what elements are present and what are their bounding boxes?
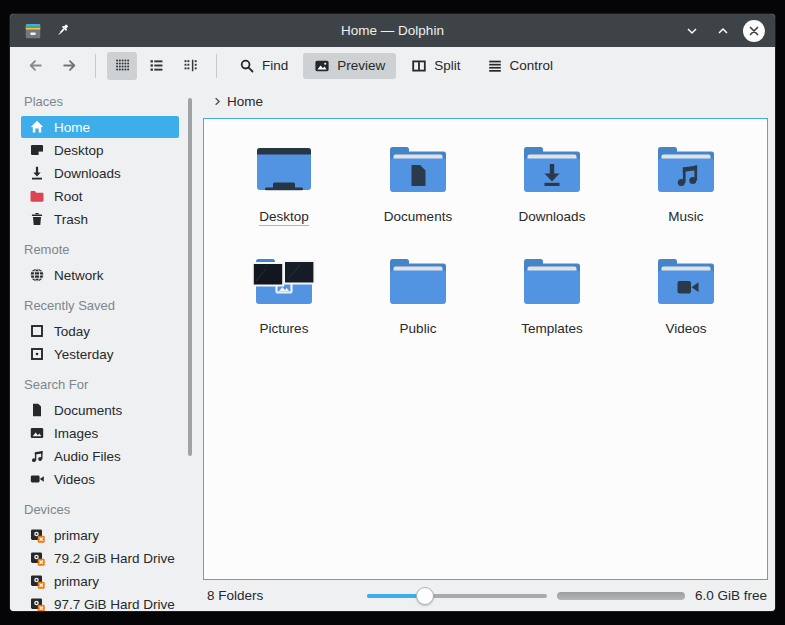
folder-plain-icon: [386, 250, 450, 314]
close-button[interactable]: [743, 20, 765, 42]
folder-public[interactable]: Public: [351, 250, 485, 337]
sidebar-item-videos[interactable]: Videos: [21, 468, 179, 490]
image-icon: [29, 425, 45, 441]
folder-downloads[interactable]: Downloads: [485, 138, 619, 226]
view-mode-icons-button[interactable]: [107, 52, 137, 80]
find-button[interactable]: Find: [228, 53, 299, 79]
hard-drive-icon: [29, 596, 45, 611]
sidebar-item-primary[interactable]: primary: [21, 524, 179, 546]
sidebar-section-header-places: Places: [24, 94, 203, 109]
preview-image-icon: [314, 58, 330, 74]
control-label: Control: [510, 58, 554, 73]
split-button[interactable]: Split: [400, 53, 471, 79]
folder-pictures-icon: [252, 250, 316, 314]
folder-label: Documents: [384, 209, 452, 225]
sidebar-item-label: Documents: [54, 403, 122, 418]
breadcrumb[interactable]: Home: [203, 84, 775, 118]
hard-drive-icon: [29, 550, 45, 566]
folder-documents-icon: [386, 138, 450, 202]
control-button[interactable]: Control: [476, 53, 565, 79]
sidebar-item-79-2-gib-hard-drive[interactable]: 79.2 GiB Hard Drive: [21, 547, 179, 569]
sidebar-item-label: Home: [54, 120, 90, 135]
sidebar-item-desktop[interactable]: Desktop: [21, 139, 179, 161]
app-icon: [22, 20, 44, 42]
folder-red-icon: [29, 188, 45, 204]
maximize-button[interactable]: [712, 20, 734, 42]
video-camera-icon: [29, 471, 45, 487]
folder-label: Templates: [521, 321, 583, 337]
folder-label: Downloads: [519, 209, 586, 225]
sidebar-item-label: Audio Files: [54, 449, 121, 464]
sidebar-item-downloads[interactable]: Downloads: [21, 162, 179, 184]
toolbar-separator: [95, 54, 96, 78]
folder-view[interactable]: Desktop Documents Downloads Music Pictur…: [203, 118, 768, 580]
sidebar-item-label: Downloads: [54, 166, 121, 181]
pin-icon[interactable]: [54, 22, 71, 39]
sidebar-item-label: Yesterday: [54, 347, 114, 362]
sidebar-item-label: Root: [54, 189, 83, 204]
split-label: Split: [434, 58, 460, 73]
find-label: Find: [262, 58, 288, 73]
music-note-icon: [29, 448, 45, 464]
folder-label: Music: [668, 209, 703, 225]
zoom-slider-handle[interactable]: [416, 587, 434, 605]
hard-drive-icon: [29, 573, 45, 589]
sidebar-item-label: Videos: [54, 472, 95, 487]
folder-music-icon: [654, 138, 718, 202]
minimize-button[interactable]: [681, 20, 703, 42]
back-button[interactable]: [20, 52, 50, 80]
arrow-right-icon: [61, 57, 78, 74]
breadcrumb-location[interactable]: Home: [227, 94, 263, 109]
sidebar-scrollbar[interactable]: [188, 98, 192, 456]
desktop-place-icon: [29, 142, 45, 158]
sidebar-item-label: Today: [54, 324, 90, 339]
sidebar-item-audio-files[interactable]: Audio Files: [21, 445, 179, 467]
desktop-background: Home — Dolphin: [0, 0, 785, 625]
sidebar-item-label: Network: [54, 268, 104, 283]
sidebar-item-yesterday[interactable]: Yesterday: [21, 343, 179, 365]
folder-label: Videos: [665, 321, 706, 337]
sidebar-item-images[interactable]: Images: [21, 422, 179, 444]
sidebar-item-documents[interactable]: Documents: [21, 399, 179, 421]
folder-label: Pictures: [260, 321, 309, 337]
sidebar-item-label: primary: [54, 574, 99, 589]
sidebar-item-today[interactable]: Today: [21, 320, 179, 342]
sidebar-item-primary[interactable]: primary: [21, 570, 179, 592]
folder-plain-icon: [520, 250, 584, 314]
sidebar-item-trash[interactable]: Trash: [21, 208, 179, 230]
sidebar-item-97-7-gib-hard-drive[interactable]: 97.7 GiB Hard Drive: [21, 593, 179, 611]
sidebar-item-label: Trash: [54, 212, 88, 227]
folder-templates[interactable]: Templates: [485, 250, 619, 337]
calendar-today-icon: [29, 323, 45, 339]
view-mode-compact-button[interactable]: [175, 52, 205, 80]
folder-music[interactable]: Music: [619, 138, 753, 226]
sidebar-section-header-devices: Devices: [24, 502, 203, 517]
toolbar-separator: [216, 54, 217, 78]
folder-desktop[interactable]: Desktop: [217, 138, 351, 226]
preview-button[interactable]: Preview: [303, 53, 396, 79]
folder-pictures[interactable]: Pictures: [217, 250, 351, 337]
download-icon: [29, 165, 45, 181]
sidebar-item-home[interactable]: Home: [21, 116, 179, 138]
sidebar-item-root[interactable]: Root: [21, 185, 179, 207]
view-mode-details-button[interactable]: [141, 52, 171, 80]
folder-videos-icon: [654, 250, 718, 314]
arrow-left-icon: [27, 57, 44, 74]
folder-videos[interactable]: Videos: [619, 250, 753, 337]
disk-usage-bar: [557, 592, 685, 600]
chevron-right-icon: [210, 94, 225, 109]
sidebar-section-header-remote: Remote: [24, 242, 203, 257]
zoom-slider[interactable]: [367, 587, 547, 605]
items-count-label: 8 Folders: [207, 588, 263, 603]
dolphin-window: Home — Dolphin: [10, 14, 775, 611]
titlebar[interactable]: Home — Dolphin: [10, 14, 775, 47]
sidebar-item-label: Desktop: [54, 143, 104, 158]
sidebar-item-label: 97.7 GiB Hard Drive: [54, 597, 175, 612]
hamburger-menu-icon: [487, 58, 503, 74]
folder-documents[interactable]: Documents: [351, 138, 485, 226]
sidebar-section-header-search-for: Search For: [24, 377, 203, 392]
sidebar-item-network[interactable]: Network: [21, 264, 179, 286]
forward-button[interactable]: [54, 52, 84, 80]
folder-label: Desktop: [259, 209, 309, 226]
sidebar-item-label: 79.2 GiB Hard Drive: [54, 551, 175, 566]
